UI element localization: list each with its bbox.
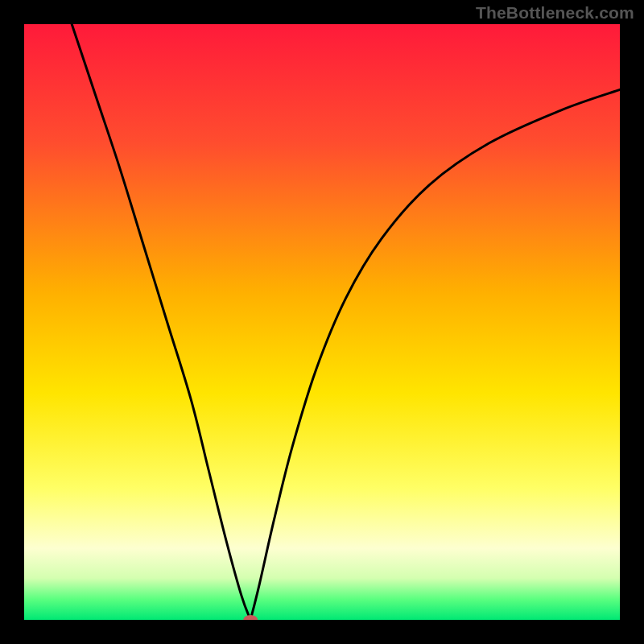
chart-frame: TheBottleneck.com (0, 0, 644, 644)
bottleneck-chart (24, 24, 620, 620)
gradient-background (24, 24, 620, 620)
watermark-text: TheBottleneck.com (476, 3, 634, 23)
plot-area (24, 24, 620, 620)
